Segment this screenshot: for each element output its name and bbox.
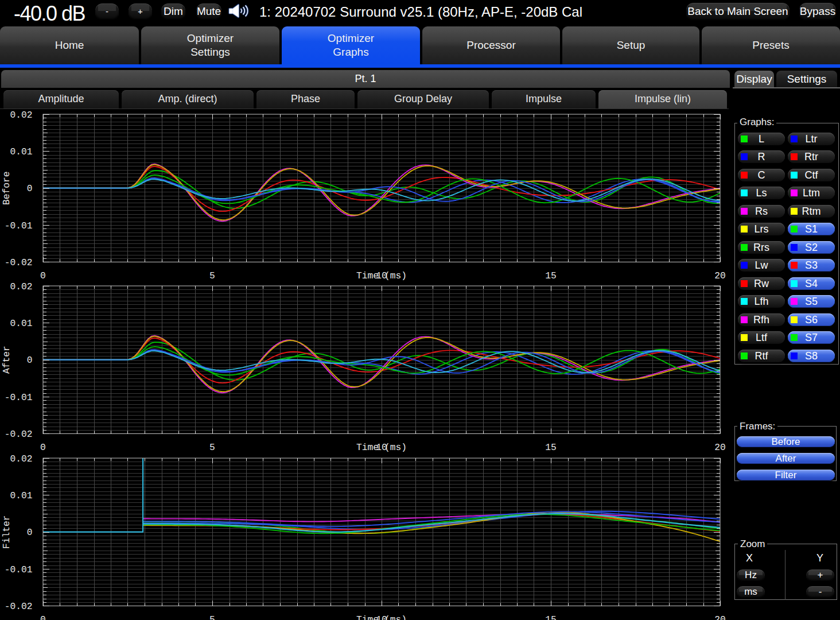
- svg-text:-0.01: -0.01: [5, 392, 33, 403]
- svg-text:15: 15: [545, 614, 557, 620]
- svg-text:-0.01: -0.01: [5, 220, 33, 231]
- svg-text:Before: Before: [1, 171, 12, 205]
- svg-text:-0.01: -0.01: [5, 564, 33, 575]
- svg-text:15: 15: [545, 442, 557, 453]
- svg-text:5: 5: [209, 442, 215, 453]
- svg-text:0: 0: [40, 614, 46, 620]
- svg-text:After: After: [1, 346, 12, 374]
- svg-text:-0.02: -0.02: [5, 429, 33, 440]
- svg-text:0.01: 0.01: [10, 318, 32, 329]
- svg-text:0: 0: [27, 183, 33, 194]
- svg-text:-0.02: -0.02: [5, 257, 33, 268]
- svg-text:0: 0: [40, 442, 46, 453]
- svg-text:0.02: 0.02: [10, 454, 32, 464]
- svg-text:0: 0: [27, 355, 33, 366]
- svg-text:0: 0: [40, 270, 46, 281]
- svg-text:5: 5: [209, 614, 215, 620]
- svg-text:-0.02: -0.02: [5, 601, 33, 612]
- svg-text:0.01: 0.01: [10, 146, 32, 157]
- svg-text:15: 15: [545, 270, 557, 281]
- svg-text:0.01: 0.01: [10, 490, 32, 501]
- svg-text:10: 10: [376, 614, 387, 620]
- svg-text:20: 20: [714, 442, 726, 453]
- svg-text:0.02: 0.02: [10, 281, 32, 292]
- svg-text:10: 10: [376, 442, 387, 453]
- svg-text:0.02: 0.02: [10, 110, 32, 121]
- svg-text:Filter: Filter: [1, 515, 12, 549]
- svg-text:20: 20: [714, 614, 726, 620]
- svg-text:20: 20: [714, 270, 726, 281]
- svg-text:0: 0: [27, 527, 33, 538]
- svg-text:10: 10: [376, 270, 387, 281]
- svg-text:5: 5: [209, 270, 215, 281]
